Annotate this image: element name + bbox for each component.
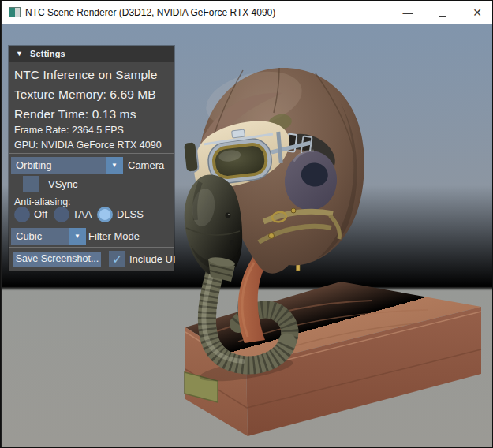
include-ui-label: Include UI — [129, 251, 176, 267]
mask-stud — [230, 240, 234, 245]
radio-aa-dlss[interactable] — [97, 207, 113, 222]
stat-inference: NTC Inference on Sample — [14, 68, 158, 82]
checkmark-icon: ✓ — [112, 252, 122, 267]
minimize-icon: — — [403, 7, 413, 19]
close-icon: ✕ — [472, 6, 482, 19]
stat-frame-rate: Frame Rate: 2364.5 FPS — [14, 125, 124, 136]
radio-aa-taa-label: TAA — [73, 207, 92, 222]
settings-panel: ▼ Settings NTC Inference on Sample Textu… — [9, 46, 174, 271]
save-screenshot-button[interactable]: Save Screenshot... — [13, 252, 101, 267]
include-ui-checkbox[interactable]: ✓ — [109, 251, 125, 267]
minimize-button[interactable]: — — [390, 1, 425, 24]
app-icon[interactable] — [9, 7, 21, 17]
vsync-label: VSync — [48, 176, 78, 192]
dropdown-arrow-icon[interactable]: ▼ — [69, 228, 86, 245]
dropdown-arrow-icon[interactable]: ▼ — [106, 157, 123, 174]
title-bar: NTC Scene Renderer (D3D12, NVIDIA GeForc… — [2, 1, 493, 24]
maximize-icon — [439, 9, 446, 17]
radio-aa-off-label: Off — [34, 207, 47, 222]
separator — [9, 247, 174, 248]
stat-texture-memory: Texture Memory: 6.69 MB — [14, 88, 156, 102]
camera-mode-value: Orbiting — [11, 157, 106, 174]
vsync-checkbox[interactable] — [23, 176, 39, 192]
filter-mode-label: Filter Mode — [88, 228, 140, 245]
settings-panel-header[interactable]: ▼ Settings — [9, 46, 174, 62]
radio-aa-off[interactable] — [14, 207, 30, 222]
frame-clip — [232, 129, 245, 138]
filter-mode-dropdown[interactable]: Cubic ▼ — [11, 228, 86, 245]
window-title: NTC Scene Renderer (D3D12, NVIDIA GeForc… — [25, 7, 275, 18]
maximize-button[interactable] — [425, 1, 460, 24]
app-window: NTC Scene Renderer (D3D12, NVIDIA GeForc… — [0, 0, 493, 448]
antialiasing-label: Anti-aliasing: — [14, 196, 71, 207]
collapse-triangle-icon: ▼ — [16, 50, 23, 58]
radio-aa-dlss-label: DLSS — [117, 207, 144, 222]
radio-aa-taa[interactable] — [54, 207, 69, 222]
separator — [9, 153, 174, 154]
camera-mode-dropdown[interactable]: Orbiting ▼ — [11, 157, 123, 174]
mask-stud — [226, 213, 231, 218]
settings-panel-title: Settings — [30, 49, 65, 58]
stat-gpu: GPU: NVIDIA GeForce RTX 4090 — [14, 140, 162, 151]
stat-render-time: Render Time: 0.13 ms — [14, 107, 136, 121]
filter-mode-value: Cubic — [11, 228, 69, 245]
goggle-lens-left — [183, 141, 199, 172]
camera-label: Camera — [128, 157, 164, 174]
close-button[interactable]: ✕ — [460, 1, 493, 24]
